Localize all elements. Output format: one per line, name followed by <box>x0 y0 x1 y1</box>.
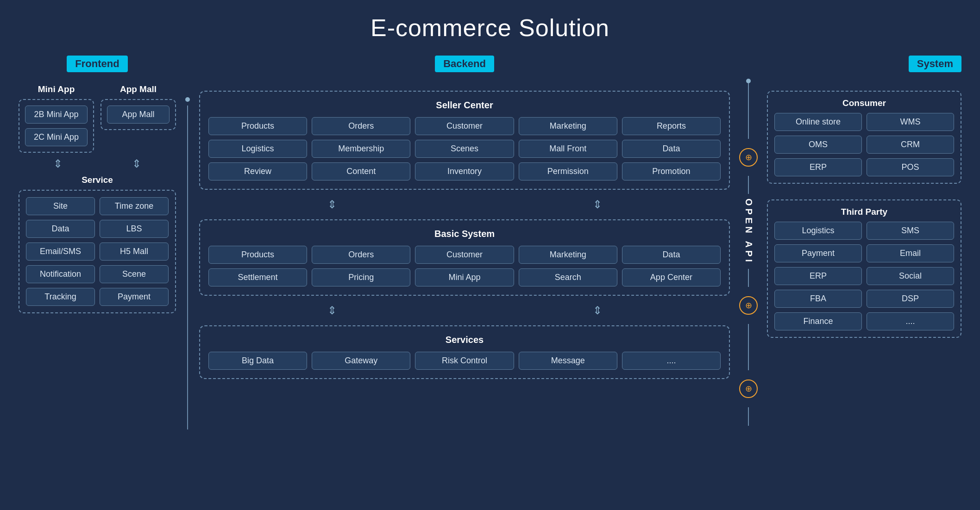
list-item: Permission <box>519 162 617 180</box>
frontend-section: Frontend Mini App 2B Mini App 2C Mini Ap… <box>19 56 176 313</box>
seller-center-title: Seller Center <box>208 100 721 111</box>
list-item: ERP <box>774 267 862 285</box>
list-item: Settlement <box>208 268 307 286</box>
list-item: Risk Control <box>415 352 514 370</box>
list-item: Inventory <box>415 162 514 180</box>
arrow-icon: ⇕ <box>327 198 337 211</box>
list-item: Email/SMS <box>26 243 95 261</box>
mini-app-section: Mini App 2B Mini App 2C Mini App <box>19 84 94 153</box>
list-item: .... <box>867 312 954 330</box>
list-item: DSP <box>867 290 954 308</box>
list-item: Mall Front <box>519 140 617 158</box>
list-item: .... <box>622 352 721 370</box>
list-item: H5 Mall <box>100 243 169 261</box>
list-item: 2B Mini App <box>25 106 88 124</box>
link-icon-1: ⊕ <box>739 148 758 167</box>
list-item: Products <box>208 246 307 264</box>
page-title: E-commerce Solution <box>371 14 609 42</box>
frontend-label: Frontend <box>67 56 127 72</box>
list-item: Search <box>519 268 617 286</box>
list-item: Social <box>867 267 954 285</box>
list-item: Data <box>26 220 95 238</box>
list-item: Pricing <box>312 268 410 286</box>
list-item: ERP <box>774 158 862 176</box>
list-item: Customer <box>415 117 514 135</box>
seller-center-box: Seller Center Products Orders Customer M… <box>199 91 730 190</box>
list-item: Scenes <box>415 140 514 158</box>
list-item: Finance <box>774 312 862 330</box>
consumer-title: Consumer <box>774 98 954 108</box>
list-item: Review <box>208 162 307 180</box>
main-layout: Frontend Mini App 2B Mini App 2C Mini Ap… <box>19 56 961 429</box>
list-item: Big Data <box>208 352 307 370</box>
list-item: Time zone <box>100 197 169 215</box>
list-item: Tracking <box>26 288 95 306</box>
consumer-box: Consumer Online store WMS OMS CRM ERP PO… <box>767 91 961 184</box>
link-icon-3: ⊕ <box>739 379 758 398</box>
list-item: Customer <box>415 246 514 264</box>
arrow-icon: ⇕ <box>327 304 337 317</box>
list-item: Promotion <box>622 162 721 180</box>
list-item: Scene <box>100 265 169 283</box>
open-api-text: OPEN API <box>743 199 754 265</box>
list-item: Data <box>622 246 721 264</box>
list-item: Content <box>312 162 410 180</box>
mini-app-title: Mini App <box>19 84 94 94</box>
list-item: Orders <box>312 117 410 135</box>
list-item: Mini App <box>415 268 514 286</box>
list-item: Email <box>867 244 954 262</box>
list-item: Site <box>26 197 95 215</box>
list-item: Data <box>622 140 721 158</box>
list-item: Logistics <box>774 222 862 240</box>
system-label: System <box>909 56 961 72</box>
list-item: OMS <box>774 136 862 154</box>
arrow-icon: ⇕ <box>132 157 141 170</box>
list-item: SMS <box>867 222 954 240</box>
backend-label: Backend <box>435 56 494 72</box>
list-item: App Mall <box>107 106 170 124</box>
list-item: Gateway <box>312 352 410 370</box>
link-icon-2: ⊕ <box>739 296 758 315</box>
list-item: Membership <box>312 140 410 158</box>
list-item: Marketing <box>519 117 617 135</box>
services-title: Services <box>208 335 721 345</box>
list-item: 2C Mini App <box>25 128 88 146</box>
arrow-icon: ⇕ <box>593 198 602 211</box>
backend-section: Backend Seller Center Products Orders Cu… <box>199 56 730 379</box>
list-item: LBS <box>100 220 169 238</box>
list-item: Payment <box>100 288 169 306</box>
list-item: Reports <box>622 117 721 135</box>
list-item: Notification <box>26 265 95 283</box>
open-api-divider: ⊕ OPEN API ⊕ ⊕ <box>739 56 758 426</box>
arrow-icon: ⇕ <box>53 157 63 170</box>
list-item: POS <box>867 158 954 176</box>
list-item: Payment <box>774 244 862 262</box>
list-item: Logistics <box>208 140 307 158</box>
list-item: FBA <box>774 290 862 308</box>
services-box: Services Big Data Gateway Risk Control M… <box>199 325 730 379</box>
list-item: Orders <box>312 246 410 264</box>
app-mall-title: App Mall <box>101 84 176 94</box>
basic-system-title: Basic System <box>208 229 721 239</box>
list-item: App Center <box>622 268 721 286</box>
app-mall-section: App Mall App Mall <box>101 84 176 153</box>
third-party-box: Third Party Logistics SMS Payment Email … <box>767 199 961 338</box>
divider-left <box>185 56 190 429</box>
arrow-icon: ⇕ <box>593 304 602 317</box>
list-item: CRM <box>867 136 954 154</box>
list-item: Products <box>208 117 307 135</box>
service-title: Service <box>19 175 176 185</box>
list-item: Message <box>519 352 617 370</box>
basic-system-box: Basic System Products Orders Customer Ma… <box>199 219 730 296</box>
third-party-title: Third Party <box>774 207 954 217</box>
system-section: System Consumer Online store WMS OMS CRM… <box>767 56 961 338</box>
list-item: Marketing <box>519 246 617 264</box>
list-item: WMS <box>867 113 954 131</box>
list-item: Online store <box>774 113 862 131</box>
